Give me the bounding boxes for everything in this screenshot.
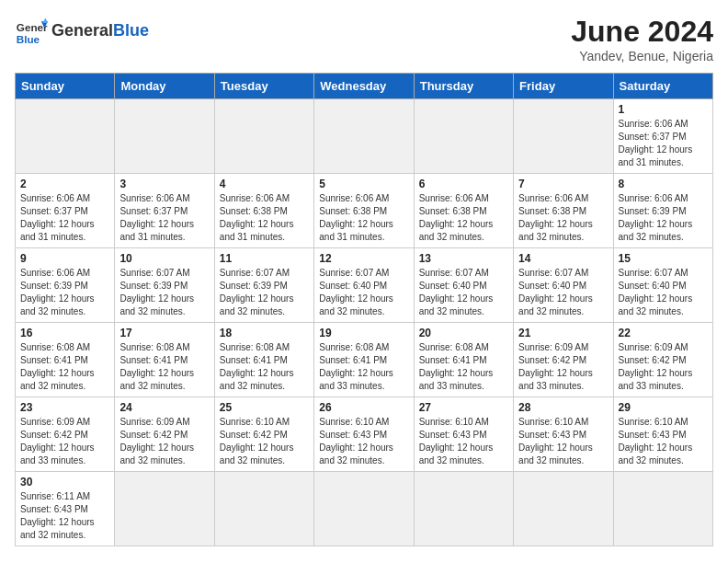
calendar-cell — [613, 472, 712, 546]
calendar-cell: 25Sunrise: 6:10 AM Sunset: 6:42 PM Dayli… — [214, 397, 313, 472]
day-number: 14 — [518, 252, 608, 265]
logo: General Blue GeneralBlue — [15, 15, 149, 48]
day-number: 15 — [619, 252, 708, 265]
calendar-cell: 17Sunrise: 6:08 AM Sunset: 6:41 PM Dayli… — [115, 323, 214, 397]
calendar-cell: 30Sunrise: 6:11 AM Sunset: 6:43 PM Dayli… — [16, 472, 115, 546]
calendar-cell — [514, 99, 613, 174]
cell-info: Sunrise: 6:06 AM Sunset: 6:37 PM Dayligh… — [619, 118, 708, 169]
cell-info: Sunrise: 6:10 AM Sunset: 6:43 PM Dayligh… — [419, 416, 508, 467]
day-number: 20 — [419, 327, 508, 339]
calendar-cell — [314, 99, 414, 174]
day-number: 10 — [119, 252, 209, 265]
day-number: 26 — [319, 401, 408, 414]
calendar-cell: 10Sunrise: 6:07 AM Sunset: 6:39 PM Dayli… — [115, 248, 214, 323]
day-number: 28 — [518, 401, 608, 414]
calendar-cell: 1Sunrise: 6:06 AM Sunset: 6:37 PM Daylig… — [613, 99, 712, 174]
calendar-cell — [414, 472, 513, 546]
header-row: Sunday Monday Tuesday Wednesday Thursday… — [16, 74, 713, 99]
calendar-cell: 26Sunrise: 6:10 AM Sunset: 6:43 PM Dayli… — [314, 397, 414, 472]
calendar-cell: 23Sunrise: 6:09 AM Sunset: 6:42 PM Dayli… — [16, 397, 115, 472]
calendar-cell: 11Sunrise: 6:07 AM Sunset: 6:39 PM Dayli… — [214, 248, 313, 323]
cell-info: Sunrise: 6:07 AM Sunset: 6:40 PM Dayligh… — [319, 267, 408, 318]
cell-info: Sunrise: 6:09 AM Sunset: 6:42 PM Dayligh… — [20, 416, 109, 467]
cell-info: Sunrise: 6:10 AM Sunset: 6:43 PM Dayligh… — [619, 416, 708, 467]
calendar-week-1: 1Sunrise: 6:06 AM Sunset: 6:37 PM Daylig… — [16, 99, 713, 174]
cell-info: Sunrise: 6:06 AM Sunset: 6:37 PM Dayligh… — [20, 192, 109, 244]
calendar-cell: 19Sunrise: 6:08 AM Sunset: 6:41 PM Dayli… — [314, 323, 414, 397]
day-number: 30 — [20, 476, 109, 488]
cell-info: Sunrise: 6:07 AM Sunset: 6:40 PM Dayligh… — [518, 267, 608, 318]
calendar-cell: 28Sunrise: 6:10 AM Sunset: 6:43 PM Dayli… — [514, 397, 613, 472]
calendar-subtitle: Yandev, Benue, Nigeria — [571, 49, 713, 63]
day-number: 18 — [220, 327, 309, 339]
cell-info: Sunrise: 6:09 AM Sunset: 6:42 PM Dayligh… — [619, 341, 708, 393]
calendar-week-2: 2Sunrise: 6:06 AM Sunset: 6:37 PM Daylig… — [16, 174, 713, 248]
day-number: 25 — [220, 401, 309, 414]
cell-info: Sunrise: 6:07 AM Sunset: 6:40 PM Dayligh… — [419, 267, 508, 318]
calendar-cell — [16, 99, 115, 174]
day-number: 23 — [20, 401, 109, 414]
cell-info: Sunrise: 6:06 AM Sunset: 6:38 PM Dayligh… — [220, 192, 309, 244]
calendar-cell: 12Sunrise: 6:07 AM Sunset: 6:40 PM Dayli… — [314, 248, 414, 323]
cell-info: Sunrise: 6:09 AM Sunset: 6:42 PM Dayligh… — [518, 341, 608, 393]
calendar-title: June 2024 — [571, 15, 713, 49]
calendar-cell: 4Sunrise: 6:06 AM Sunset: 6:38 PM Daylig… — [214, 174, 313, 248]
day-number: 19 — [319, 327, 408, 339]
calendar-week-6: 30Sunrise: 6:11 AM Sunset: 6:43 PM Dayli… — [16, 472, 713, 546]
calendar-cell: 29Sunrise: 6:10 AM Sunset: 6:43 PM Dayli… — [613, 397, 712, 472]
day-number: 2 — [20, 178, 109, 190]
day-number: 1 — [619, 103, 708, 116]
calendar-cell: 22Sunrise: 6:09 AM Sunset: 6:42 PM Dayli… — [613, 323, 712, 397]
calendar-cell: 8Sunrise: 6:06 AM Sunset: 6:39 PM Daylig… — [613, 174, 712, 248]
calendar-cell: 18Sunrise: 6:08 AM Sunset: 6:41 PM Dayli… — [214, 323, 313, 397]
cell-info: Sunrise: 6:09 AM Sunset: 6:42 PM Dayligh… — [119, 416, 209, 467]
cell-info: Sunrise: 6:06 AM Sunset: 6:39 PM Dayligh… — [619, 192, 708, 244]
col-tuesday: Tuesday — [214, 74, 313, 99]
day-number: 5 — [319, 178, 408, 190]
day-number: 21 — [518, 327, 608, 339]
calendar-cell — [414, 99, 513, 174]
calendar-cell — [314, 472, 414, 546]
cell-info: Sunrise: 6:06 AM Sunset: 6:39 PM Dayligh… — [20, 267, 109, 318]
col-friday: Friday — [514, 74, 613, 99]
cell-info: Sunrise: 6:10 AM Sunset: 6:42 PM Dayligh… — [220, 416, 309, 467]
calendar-week-5: 23Sunrise: 6:09 AM Sunset: 6:42 PM Dayli… — [16, 397, 713, 472]
calendar-week-3: 9Sunrise: 6:06 AM Sunset: 6:39 PM Daylig… — [16, 248, 713, 323]
cell-info: Sunrise: 6:06 AM Sunset: 6:38 PM Dayligh… — [319, 192, 408, 244]
col-thursday: Thursday — [414, 74, 513, 99]
col-saturday: Saturday — [613, 74, 712, 99]
calendar-cell: 7Sunrise: 6:06 AM Sunset: 6:38 PM Daylig… — [514, 174, 613, 248]
header: General Blue GeneralBlue June 2024 Yande… — [15, 15, 713, 63]
day-number: 29 — [619, 401, 708, 414]
calendar-cell: 3Sunrise: 6:06 AM Sunset: 6:37 PM Daylig… — [115, 174, 214, 248]
logo-icon: General Blue — [15, 15, 48, 48]
cell-info: Sunrise: 6:06 AM Sunset: 6:38 PM Dayligh… — [419, 192, 508, 244]
calendar-cell: 15Sunrise: 6:07 AM Sunset: 6:40 PM Dayli… — [613, 248, 712, 323]
day-number: 16 — [20, 327, 109, 339]
day-number: 11 — [220, 252, 309, 265]
cell-info: Sunrise: 6:08 AM Sunset: 6:41 PM Dayligh… — [119, 341, 209, 393]
day-number: 24 — [119, 401, 209, 414]
cell-info: Sunrise: 6:07 AM Sunset: 6:39 PM Dayligh… — [119, 267, 209, 318]
cell-info: Sunrise: 6:08 AM Sunset: 6:41 PM Dayligh… — [20, 341, 109, 393]
day-number: 22 — [619, 327, 708, 339]
svg-text:Blue: Blue — [17, 33, 40, 45]
cell-info: Sunrise: 6:10 AM Sunset: 6:43 PM Dayligh… — [319, 416, 408, 467]
col-wednesday: Wednesday — [314, 74, 414, 99]
day-number: 27 — [419, 401, 508, 414]
col-monday: Monday — [115, 74, 214, 99]
day-number: 7 — [518, 178, 608, 190]
cell-info: Sunrise: 6:07 AM Sunset: 6:40 PM Dayligh… — [619, 267, 708, 318]
cell-info: Sunrise: 6:08 AM Sunset: 6:41 PM Dayligh… — [419, 341, 508, 393]
cell-info: Sunrise: 6:06 AM Sunset: 6:38 PM Dayligh… — [518, 192, 608, 244]
calendar-cell: 13Sunrise: 6:07 AM Sunset: 6:40 PM Dayli… — [414, 248, 513, 323]
calendar-cell: 2Sunrise: 6:06 AM Sunset: 6:37 PM Daylig… — [16, 174, 115, 248]
calendar-week-4: 16Sunrise: 6:08 AM Sunset: 6:41 PM Dayli… — [16, 323, 713, 397]
calendar-cell: 27Sunrise: 6:10 AM Sunset: 6:43 PM Dayli… — [414, 397, 513, 472]
calendar-cell: 16Sunrise: 6:08 AM Sunset: 6:41 PM Dayli… — [16, 323, 115, 397]
cell-info: Sunrise: 6:08 AM Sunset: 6:41 PM Dayligh… — [220, 341, 309, 393]
cell-info: Sunrise: 6:10 AM Sunset: 6:43 PM Dayligh… — [518, 416, 608, 467]
day-number: 6 — [419, 178, 508, 190]
calendar-cell: 5Sunrise: 6:06 AM Sunset: 6:38 PM Daylig… — [314, 174, 414, 248]
calendar-cell: 14Sunrise: 6:07 AM Sunset: 6:40 PM Dayli… — [514, 248, 613, 323]
